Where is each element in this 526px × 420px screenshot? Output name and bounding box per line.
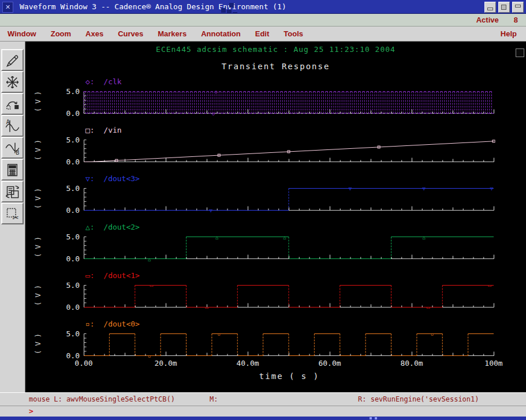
active-label: Active	[476, 16, 499, 24]
y-max-label: 5.0	[52, 184, 80, 193]
y-unit-label: ( V )	[25, 283, 51, 308]
maximize-button[interactable]	[498, 2, 510, 13]
menubar: WindowZoomAxesCurvesMarkersAnnotationEdi…	[0, 27, 526, 42]
y-min-label: 0.0	[52, 303, 80, 312]
svg-text:✂: ✂	[13, 213, 19, 222]
trace-point-marker: ◇	[212, 111, 215, 117]
calculator-icon	[5, 162, 20, 178]
plot-title: Transient Response	[25, 62, 526, 71]
menu-window[interactable]: Window	[8, 27, 36, 42]
toolbar: AB✂	[0, 42, 25, 392]
y-unit-label: ( V )	[25, 137, 51, 163]
y-unit-label: ( V )	[25, 234, 51, 260]
trace-point-marker: ▽	[209, 208, 212, 213]
menu-edit[interactable]: Edit	[255, 27, 270, 42]
trace-clk[interactable]: ◇◇	[84, 90, 495, 115]
window-bottom-frame	[0, 417, 526, 420]
trace-point-marker: △	[283, 234, 286, 240]
menu-items: WindowZoomAxesCurvesMarkersAnnotationEdi…	[8, 27, 303, 42]
window-menu-icon	[515, 5, 521, 7]
cut-region-button[interactable]: ✂	[1, 202, 24, 224]
menu-axes[interactable]: Axes	[85, 27, 103, 42]
titlebar[interactable]: ✕ Waveform Window 3 -- Cadence® Analog D…	[0, 0, 526, 14]
close-icon[interactable]: ✕	[2, 2, 13, 13]
trace-label-vin: □: /vin	[85, 126, 122, 134]
menu-tools[interactable]: Tools	[283, 27, 303, 42]
trace-point-marker: ▭	[150, 283, 153, 288]
marker-b-button[interactable]: B	[1, 137, 24, 159]
marker-a-button[interactable]: A	[1, 115, 24, 137]
x-tick-label: 20.0m	[154, 359, 177, 367]
status-bar: mouse L: awvMouseSingleSelectPtCB() M: R…	[0, 392, 526, 406]
window-title: Waveform Window 3 -- Cadence® Analog Des…	[20, 0, 286, 14]
probe-pen-button[interactable]	[1, 49, 24, 71]
probe-pen-icon	[5, 52, 20, 68]
x-tick-label: 40.0m	[236, 359, 259, 367]
trace-point-marker: ▽	[349, 186, 352, 192]
trace-dout1[interactable]: ▭▭▭▭	[84, 284, 495, 309]
minimize-icon	[487, 7, 493, 10]
trace-point-marker: ▫	[148, 353, 151, 359]
active-status-row: Active8	[0, 14, 526, 27]
status-mouse-middle: M:	[210, 393, 218, 406]
trace-point-marker: ▭	[488, 283, 491, 288]
x-tick-label: 60.0m	[318, 359, 341, 367]
plot-panel[interactable]: ECEn445 adcsim schematic : Aug 25 11:23:…	[25, 42, 526, 392]
trace-vin[interactable]	[84, 138, 495, 164]
x-tick-label: 80.0m	[400, 359, 423, 367]
trace-point-marker: ▫	[431, 331, 434, 337]
marker-a-icon: A	[5, 118, 20, 134]
y-unit-label: ( V )	[25, 186, 51, 211]
menu-help[interactable]: Help	[501, 27, 517, 41]
resize-grip[interactable]	[370, 417, 372, 419]
minimize-button[interactable]	[484, 2, 496, 13]
trace-label-clk: ◇: /clk	[85, 77, 122, 86]
x-tick-label: 0.00	[74, 359, 92, 367]
y-min-label: 0.0	[52, 254, 80, 263]
y-max-label: 5.0	[52, 329, 80, 338]
subwindow-copy-button[interactable]	[1, 181, 24, 202]
menu-zoom[interactable]: Zoom	[51, 27, 71, 42]
trace-point-marker: ▭	[427, 305, 430, 310]
window-menu-button[interactable]	[512, 2, 524, 13]
menu-markers[interactable]: Markers	[158, 27, 186, 42]
trace-dout3[interactable]: ▽▽▽▽	[84, 187, 495, 212]
trace-dout2[interactable]: △△△△	[84, 235, 495, 261]
y-max-label: 5.0	[52, 136, 80, 144]
status-mouse-right: R: sevRunEngine('sevSession1)	[358, 393, 479, 406]
pan-redraw-button[interactable]	[1, 93, 24, 115]
command-prompt-bar[interactable]: >	[0, 406, 526, 417]
plot-corner-widget[interactable]	[516, 48, 524, 57]
subwindow-copy-icon	[5, 184, 20, 200]
trace-dout0[interactable]: ▫▫▫	[84, 332, 495, 358]
window-controls	[484, 2, 524, 13]
marker-b-icon: B	[5, 140, 20, 156]
calculator-button[interactable]	[1, 159, 24, 181]
trace-point-marker: ▽	[423, 186, 426, 192]
trace-point-marker: ▽	[490, 186, 494, 192]
trace-label-dout3: ▽: /dout<3>	[85, 174, 140, 183]
maximize-icon	[501, 5, 506, 10]
x-axis-title: time ( s )	[84, 372, 495, 381]
menu-annotation[interactable]: Annotation	[201, 27, 241, 42]
zoom-fit-button[interactable]	[1, 71, 24, 93]
svg-text:B: B	[16, 149, 19, 155]
y-max-label: 5.0	[52, 87, 80, 96]
y-unit-label: ( V )	[25, 331, 51, 357]
trace-label-dout0: ▫: /dout<0>	[85, 320, 140, 328]
trace-point-marker: △	[423, 234, 426, 240]
menu-curves[interactable]: Curves	[118, 27, 143, 42]
y-min-label: 0.0	[52, 206, 80, 215]
titlebar-artifact	[221, 8, 226, 13]
y-max-label: 5.0	[52, 232, 80, 241]
trace-point-marker: △	[215, 234, 219, 240]
trace-point-marker: ▫	[218, 331, 221, 337]
trace-label-dout1: ▭: /dout<1>	[85, 271, 140, 280]
active-count: 8	[514, 16, 518, 24]
y-min-label: 0.0	[52, 109, 80, 118]
trace-point-marker: △	[148, 256, 151, 262]
y-unit-label: ( V )	[25, 89, 51, 114]
y-min-label: 0.0	[52, 158, 80, 166]
plot-header: ECEn445 adcsim schematic : Aug 25 11:23:…	[25, 45, 526, 54]
main-area: AB✂ ECEn445 adcsim schematic : Aug 25 11…	[0, 42, 526, 392]
